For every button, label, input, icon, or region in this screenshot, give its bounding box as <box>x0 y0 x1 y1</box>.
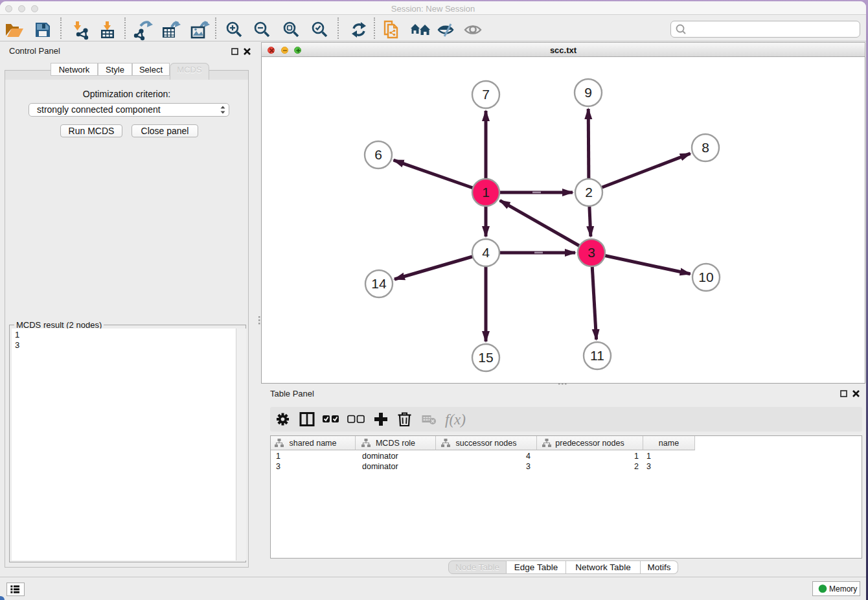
svg-text:14: 14 <box>371 276 387 291</box>
svg-text:8: 8 <box>702 140 709 155</box>
svg-text:10: 10 <box>698 270 713 284</box>
svg-text:4: 4 <box>482 245 490 260</box>
svg-text:3: 3 <box>588 245 595 260</box>
svg-text:2: 2 <box>585 185 593 200</box>
svg-text:f(x): f(x) <box>445 411 466 428</box>
svg-text:1: 1 <box>482 185 490 200</box>
svg-text:11: 11 <box>590 348 604 363</box>
svg-text:9: 9 <box>584 85 592 100</box>
svg-text:15: 15 <box>478 350 493 365</box>
svg-text:6: 6 <box>374 147 382 162</box>
svg-text:7: 7 <box>482 87 490 102</box>
